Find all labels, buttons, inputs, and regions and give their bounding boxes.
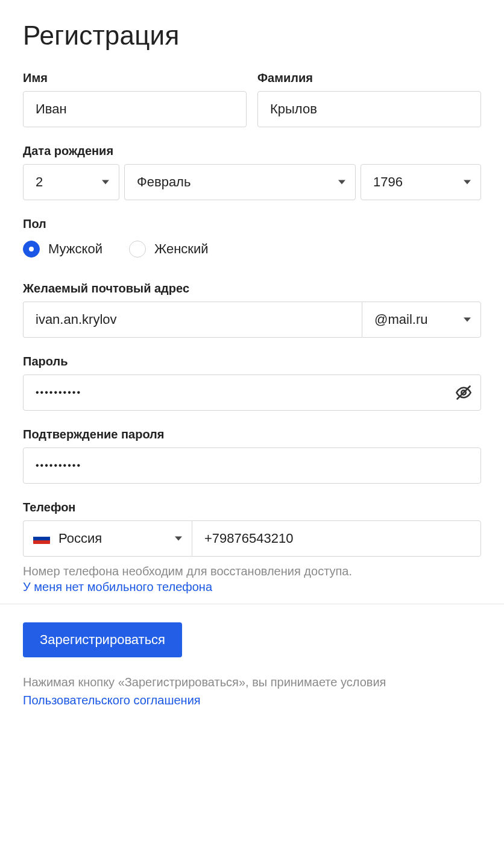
phone-country-select[interactable]: Россия <box>23 520 192 557</box>
dob-month-select[interactable]: Февраль <box>124 164 356 200</box>
no-phone-link[interactable]: У меня нет мобильного телефона <box>23 580 212 593</box>
chevron-down-icon <box>102 180 109 185</box>
radio-dot-icon <box>23 241 40 258</box>
radio-dot-icon <box>129 241 146 258</box>
submit-button[interactable]: Зарегистрироваться <box>23 622 182 657</box>
flag-russia-icon <box>33 533 50 544</box>
eye-off-icon <box>455 384 472 401</box>
phone-input[interactable] <box>192 520 481 557</box>
email-group: Желаемый почтовый адрес @mail.ru <box>23 282 481 338</box>
phone-hint: Номер телефона необходим для восстановле… <box>23 563 481 580</box>
dob-month-value: Февраль <box>137 174 329 190</box>
terms-prefix: Нажимая кнопку «Зарегистрироваться», вы … <box>23 675 386 689</box>
page-title: Регистрация <box>23 21 481 51</box>
name-row: Имя Фамилия <box>23 71 481 127</box>
chevron-down-icon <box>464 180 471 185</box>
registration-form: Регистрация Имя Фамилия Дата рождения 2 … <box>0 0 504 733</box>
dob-day-select[interactable]: 2 <box>23 164 119 200</box>
password-confirm-group: Подтверждение пароля <box>23 428 481 484</box>
email-domain-value: @mail.ru <box>374 312 454 327</box>
last-name-label: Фамилия <box>257 71 481 85</box>
email-input[interactable] <box>23 302 362 338</box>
terms-text: Нажимая кнопку «Зарегистрироваться», вы … <box>23 673 481 709</box>
first-name-label: Имя <box>23 71 247 85</box>
terms-link[interactable]: Пользовательского соглашения <box>23 694 201 707</box>
password-input[interactable] <box>23 375 481 411</box>
email-domain-select[interactable]: @mail.ru <box>362 302 481 338</box>
dob-year-value: 1796 <box>373 174 454 190</box>
email-label: Желаемый почтовый адрес <box>23 282 481 296</box>
dob-year-select[interactable]: 1796 <box>361 164 481 200</box>
phone-group: Телефон Россия Номер телефона необходим … <box>23 501 481 594</box>
phone-country-value: Россия <box>58 531 165 546</box>
divider <box>0 604 504 604</box>
gender-female-label: Женский <box>154 241 209 257</box>
dob-label: Дата рождения <box>23 144 481 158</box>
chevron-down-icon <box>175 537 182 541</box>
gender-label: Пол <box>23 217 481 231</box>
gender-female-radio[interactable]: Женский <box>129 241 209 258</box>
password-confirm-input[interactable] <box>23 447 481 484</box>
toggle-password-visibility-button[interactable] <box>453 382 474 403</box>
gender-male-radio[interactable]: Мужской <box>23 241 102 258</box>
password-group: Пароль <box>23 355 481 411</box>
dob-group: Дата рождения 2 Февраль 1796 <box>23 144 481 200</box>
gender-group: Пол Мужской Женский <box>23 217 481 258</box>
password-confirm-label: Подтверждение пароля <box>23 428 481 441</box>
chevron-down-icon <box>338 180 345 185</box>
first-name-input[interactable] <box>23 91 247 127</box>
phone-label: Телефон <box>23 501 481 514</box>
last-name-input[interactable] <box>257 91 481 127</box>
chevron-down-icon <box>464 318 471 322</box>
password-label: Пароль <box>23 355 481 368</box>
gender-male-label: Мужской <box>48 241 102 257</box>
dob-day-value: 2 <box>36 174 92 190</box>
